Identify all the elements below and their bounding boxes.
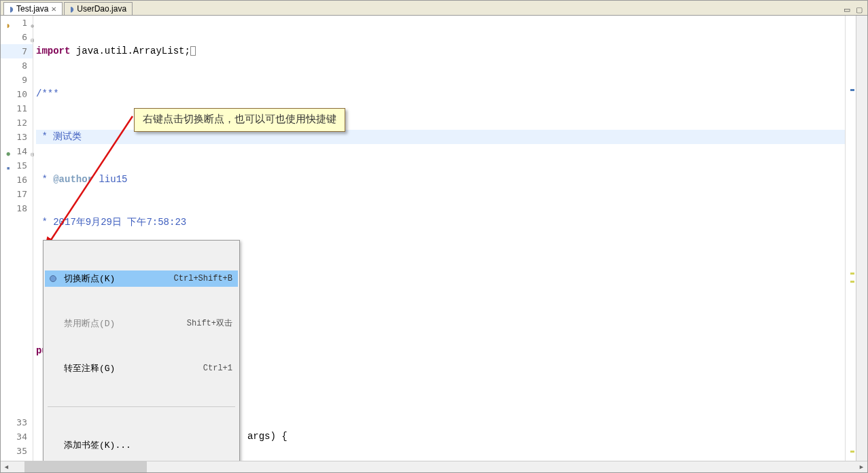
breakpoint-icon xyxy=(50,275,56,282)
task-marker-icon: ▪ xyxy=(2,161,10,169)
scroll-left-icon[interactable]: ◄ xyxy=(1,461,12,472)
close-icon[interactable]: ✕ xyxy=(51,5,56,13)
menu-add-bookmark[interactable]: 添加书签(K)... xyxy=(45,437,238,453)
line-gutter[interactable]: ◗1⊕ 6⊟ 7 8 9 10 11 12 13 ●14⊟ ▪15 16 17 … xyxy=(1,16,33,461)
menu-goto-annotation[interactable]: 转至注释(G) Ctrl+1 xyxy=(45,360,238,376)
java-file-icon: ◗ xyxy=(10,5,14,14)
tab-test-java[interactable]: ◗ Test.java ✕ xyxy=(3,2,63,15)
scrollbar-thumb[interactable] xyxy=(24,461,147,472)
overview-ruler[interactable] xyxy=(845,16,856,461)
horizontal-scrollbar[interactable]: ◄ ► xyxy=(1,461,867,472)
tab-label: UserDao.java xyxy=(77,4,126,14)
tab-userdao-java[interactable]: ◗ UserDao.java xyxy=(64,2,133,15)
vertical-scrollbar[interactable] xyxy=(856,16,867,461)
gutter-context-menu: 切换断点(K) Ctrl+Shift+B 禁用断点(D) Shift+双击 转至… xyxy=(43,240,240,461)
menu-separator xyxy=(48,406,235,407)
method-marker-icon: ● xyxy=(2,147,10,155)
scroll-right-icon[interactable]: ► xyxy=(856,461,867,472)
menu-disable-breakpoint[interactable]: 禁用断点(D) Shift+双击 xyxy=(45,315,238,332)
java-file-icon: ◗ xyxy=(70,5,74,14)
code-area[interactable]: import java.util.ArrayList; /*** * 测试类 *… xyxy=(33,16,845,461)
tab-label: Test.java xyxy=(16,4,48,14)
java-marker-icon: ◗ xyxy=(2,18,10,27)
minimize-icon[interactable]: ▭ xyxy=(841,4,852,15)
menu-toggle-breakpoint[interactable]: 切换断点(K) Ctrl+Shift+B xyxy=(45,270,238,287)
annotation-callout: 右键点击切换断点，也可以可也使用快捷键 xyxy=(134,108,345,132)
maximize-icon[interactable]: ▢ xyxy=(854,4,865,15)
editor-tabs: ◗ Test.java ✕ ◗ UserDao.java ▭ ▢ xyxy=(1,1,867,16)
